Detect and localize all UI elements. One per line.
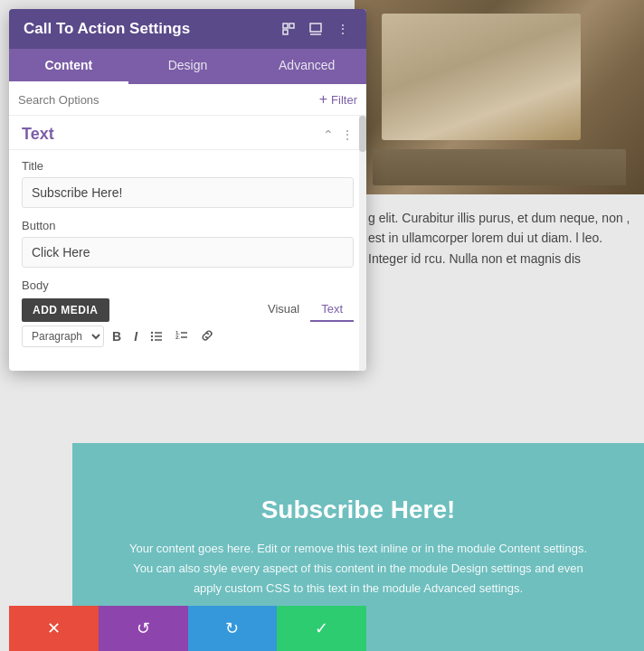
svg-point-9 <box>151 338 153 340</box>
cta-title: Subscribe Here! <box>261 495 456 524</box>
cta-body: Your content goes here. Edit or remove t… <box>127 539 590 599</box>
button-input[interactable] <box>22 237 354 268</box>
redo-button[interactable]: ↻ <box>188 606 278 651</box>
section-header: Text ⌃ ⋮ <box>9 116 366 150</box>
bold-button[interactable]: B <box>108 327 126 345</box>
confirm-button[interactable]: ✓ <box>277 606 366 651</box>
svg-point-7 <box>151 335 153 336</box>
settings-panel: Call To Action Settings ⋮ Content Design… <box>9 9 366 371</box>
tab-content[interactable]: Content <box>9 49 128 84</box>
ordered-list-button[interactable]: 1. 2. <box>171 327 193 346</box>
body-text: g elit. Curabitur illis purus, et dum ne… <box>355 194 644 282</box>
action-bar: ✕ ↺ ↻ ✓ <box>9 606 366 651</box>
editor-tabs: Visual Text <box>257 297 354 322</box>
svg-rect-0 <box>283 24 288 28</box>
text-section: Text ⌃ ⋮ Title Button Body ADD <box>9 116 366 371</box>
svg-rect-3 <box>310 24 321 32</box>
unordered-list-button[interactable] <box>146 327 167 346</box>
button-field-group: Button <box>22 219 354 268</box>
grid-icon[interactable] <box>307 20 325 38</box>
section-icons: ⌃ ⋮ <box>323 127 354 142</box>
button-label: Button <box>22 219 354 232</box>
laptop-image <box>355 0 644 194</box>
filter-label: Filter <box>331 93 357 107</box>
add-media-button[interactable]: ADD MEDIA <box>22 298 109 322</box>
chevron-up-icon[interactable]: ⌃ <box>323 127 334 142</box>
title-field-group: Title <box>22 159 354 208</box>
filter-icon: + <box>319 91 327 108</box>
search-input[interactable] <box>18 93 319 107</box>
section-title: Text <box>22 125 323 144</box>
svg-rect-1 <box>289 24 294 28</box>
link-button[interactable] <box>196 327 218 346</box>
laptop-keyboard <box>373 149 626 185</box>
title-label: Title <box>22 159 354 173</box>
undo-button[interactable]: ↺ <box>99 606 188 651</box>
tab-advanced[interactable]: Advanced <box>247 49 366 84</box>
panel-tabs: Content Design Advanced <box>9 49 366 84</box>
italic-button[interactable]: I <box>129 327 142 345</box>
editor-tab-visual[interactable]: Visual <box>257 297 310 322</box>
dots-icon[interactable]: ⋮ <box>334 20 352 38</box>
format-select[interactable]: Paragraph Heading 1 Heading 2 Heading 3 <box>22 326 104 347</box>
panel-title: Call To Action Settings <box>24 20 190 38</box>
format-toolbar: Paragraph Heading 1 Heading 2 Heading 3 … <box>22 322 354 351</box>
laptop-screen <box>382 14 581 140</box>
confirm-icon: ✓ <box>315 618 328 638</box>
scrollbar-track[interactable] <box>359 116 366 371</box>
form-body: Title Button Body ADD MEDIA Visual Text <box>9 150 366 371</box>
title-input[interactable] <box>22 177 354 208</box>
filter-button[interactable]: + Filter <box>319 91 357 108</box>
editor-toolbar-row1: ADD MEDIA Visual Text <box>22 297 354 322</box>
editor-tab-text[interactable]: Text <box>310 297 354 322</box>
svg-point-5 <box>151 331 153 333</box>
tab-design[interactable]: Design <box>128 49 248 84</box>
panel-header: Call To Action Settings ⋮ <box>9 9 366 49</box>
compress-icon[interactable] <box>279 20 298 38</box>
redo-icon: ↻ <box>225 618 239 638</box>
svg-text:2.: 2. <box>175 335 180 340</box>
svg-rect-2 <box>283 30 288 34</box>
scrollbar-thumb[interactable] <box>359 116 366 152</box>
body-label: Body <box>22 278 354 292</box>
header-icons: ⋮ <box>279 20 352 38</box>
undo-icon: ↺ <box>137 618 150 638</box>
cancel-button[interactable]: ✕ <box>9 606 99 651</box>
body-field-group: Body ADD MEDIA Visual Text Paragraph Hea… <box>22 278 354 351</box>
search-bar: + Filter <box>9 84 366 116</box>
section-menu-icon[interactable]: ⋮ <box>341 127 354 142</box>
cancel-icon: ✕ <box>47 618 61 638</box>
